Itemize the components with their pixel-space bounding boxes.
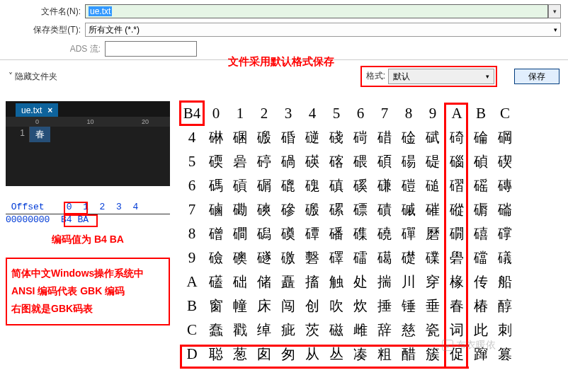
gbk-cell: 礒	[493, 246, 517, 270]
gbk-cell: 碊	[324, 125, 348, 149]
filetype-label: 保存类型(T):	[7, 24, 85, 36]
gbk-cell: 处	[348, 270, 373, 294]
gbk-cell: 茨	[300, 318, 324, 342]
gbk-col-header: C	[493, 101, 517, 125]
gbk-cell: 碩	[373, 149, 397, 173]
format-value: 默认	[393, 71, 410, 83]
gbk-cell: 磩	[397, 197, 421, 221]
gbk-cell: 辞	[373, 318, 397, 342]
filename-input[interactable]: ue.txt	[85, 4, 548, 18]
filename-dropdown-icon[interactable]: ▾	[548, 4, 561, 18]
gbk-cell: 碮	[421, 149, 445, 173]
gbk-cell: 础	[228, 270, 252, 294]
gbk-col-header: 1	[228, 101, 252, 125]
hex-view: Offset 0 1 2 3 4 00000000 B4 BA	[6, 202, 170, 225]
gbk-row-header: 8	[180, 221, 204, 246]
annotation-code-value: 编码值为 B4 BA	[6, 234, 170, 246]
gbk-cell: 搐	[300, 270, 324, 294]
gbk-cell: 戳	[228, 318, 252, 342]
gbk-row-header: 9	[180, 246, 204, 270]
gbk-cell: 碝	[204, 149, 228, 173]
code-line[interactable]: 春	[30, 127, 50, 142]
gbk-cell: 礂	[469, 221, 493, 246]
gbk-col-header: A	[445, 101, 469, 125]
ads-input[interactable]	[105, 41, 197, 57]
gbk-cell: 磘	[469, 173, 493, 197]
gbk-note-line: 右图就是GBK码表	[11, 300, 164, 318]
gbk-cell: 磤	[300, 197, 324, 221]
gbk-cell: 碕	[445, 125, 469, 149]
save-button[interactable]: 保存	[514, 69, 560, 84]
editor-panel: ue.txt × 0 10 20 1 春	[6, 101, 170, 186]
gbk-cell: 碿	[252, 173, 276, 197]
hide-folders-link[interactable]: 隐藏文件夹	[8, 71, 57, 83]
gbk-cell: 磚	[493, 173, 517, 197]
gbk-cell: 幢	[228, 294, 252, 318]
gbk-cell: 疵	[276, 318, 300, 342]
gbk-cell: 磎	[348, 173, 373, 197]
gbk-cell: 碒	[397, 125, 421, 149]
gbk-cell: 磭	[469, 197, 493, 221]
gbk-cell: 磈	[300, 173, 324, 197]
gbk-cell: 磧	[373, 197, 397, 221]
gbk-cell: 瓷	[421, 318, 445, 342]
gbk-cell: 磏	[373, 173, 397, 197]
gbk-col-header: 4	[300, 101, 324, 125]
gbk-cell: 簇	[421, 342, 445, 366]
gbk-cell: 碵	[469, 149, 493, 173]
gbk-cell: 匆	[276, 342, 300, 366]
gbk-cell: 礚	[204, 270, 228, 294]
gbk-cell: 磇	[276, 173, 300, 197]
gbk-cell: 吹	[324, 294, 348, 318]
gbk-cell: 葱	[228, 342, 252, 366]
gbk-cell: 磮	[493, 197, 517, 221]
gbk-col-header: 6	[348, 101, 373, 125]
gbk-cell: 磸	[276, 221, 300, 246]
editor-tab-name: ue.txt	[21, 105, 42, 115]
gbk-cell: 聪	[204, 342, 228, 366]
filename-label: 文件名(N):	[7, 6, 85, 18]
gbk-cell: 椽	[445, 270, 469, 294]
gbk-cell: 凑	[348, 342, 373, 366]
gbk-cell: 创	[300, 294, 324, 318]
gbk-cell: 礈	[252, 246, 276, 270]
gbk-cell: 粗	[373, 342, 397, 366]
gbk-col-header: 8	[397, 101, 421, 125]
gbk-cell: 磫	[445, 197, 469, 221]
gbk-cell: 礇	[228, 246, 252, 270]
format-select[interactable]: 默认 ▾	[388, 69, 494, 84]
editor-tab[interactable]: ue.txt ×	[16, 103, 58, 117]
gbk-cell: 碶	[493, 149, 517, 173]
gbk-cell: 碼	[204, 173, 228, 197]
gbk-row-header: 4	[180, 125, 204, 149]
gbk-lead-byte: B4	[180, 101, 204, 125]
gbk-cell: 醋	[397, 342, 421, 366]
gbk-cell: 磓	[421, 173, 445, 197]
gbk-cell: 囱	[252, 342, 276, 366]
chevron-down-icon: ▾	[554, 23, 557, 36]
gbk-cell: 磑	[397, 173, 421, 197]
gbk-cell: 礆	[204, 246, 228, 270]
gbk-cell: 春	[445, 294, 469, 318]
gbk-cell: 词	[445, 318, 469, 342]
hex-row: 00000000 B4 BA	[6, 214, 170, 225]
gbk-row-header: 5	[180, 149, 204, 173]
gbk-cell: 礌	[348, 246, 373, 270]
gbk-cell: 磥	[324, 197, 348, 221]
gbk-col-header: 5	[324, 101, 348, 125]
gbk-cell: 礎	[397, 246, 421, 270]
gbk-cell: 床	[252, 294, 276, 318]
gbk-cell: 慈	[397, 318, 421, 342]
tab-close-icon[interactable]: ×	[47, 105, 52, 115]
gbk-cell: 川	[397, 270, 421, 294]
gbk-col-header: 3	[276, 101, 300, 125]
gbk-cell: 磢	[252, 197, 276, 221]
gbk-col-header: 9	[421, 101, 445, 125]
ruler-tick: 20	[142, 118, 149, 125]
gbk-cell: 蠢	[204, 318, 228, 342]
gutter: 1	[6, 127, 30, 142]
gbk-cell: 碢	[276, 149, 300, 173]
gbk-cell: 揣	[373, 270, 397, 294]
ads-label: ADS 流:	[7, 43, 105, 55]
filetype-select[interactable]: 所有文件 (*.*) ▾	[85, 23, 561, 37]
